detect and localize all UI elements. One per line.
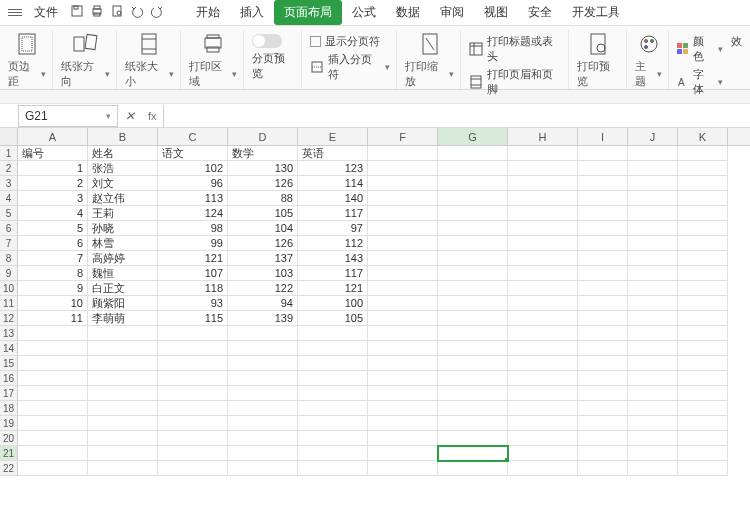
cell[interactable]	[88, 326, 158, 341]
theme-button[interactable]: 主题▾	[629, 30, 669, 89]
cell[interactable]	[438, 311, 508, 326]
cell[interactable]	[578, 311, 628, 326]
cell[interactable]	[508, 281, 578, 296]
cell[interactable]	[578, 326, 628, 341]
cell[interactable]	[678, 266, 728, 281]
cell[interactable]	[578, 161, 628, 176]
cell[interactable]	[88, 431, 158, 446]
cell[interactable]	[228, 341, 298, 356]
tab-数据[interactable]: 数据	[386, 0, 430, 25]
cell[interactable]	[228, 371, 298, 386]
cell[interactable]	[578, 341, 628, 356]
cell[interactable]	[88, 356, 158, 371]
cell[interactable]	[628, 251, 678, 266]
cell[interactable]	[508, 446, 578, 461]
cell[interactable]	[228, 446, 298, 461]
orientation-button[interactable]: 纸张方向▾	[55, 30, 117, 89]
name-box[interactable]: G21 ▾	[18, 105, 118, 127]
row-header[interactable]: 6	[0, 221, 18, 236]
cell[interactable]	[158, 386, 228, 401]
cell[interactable]	[438, 251, 508, 266]
cell[interactable]	[628, 356, 678, 371]
cell[interactable]: 高婷婷	[88, 251, 158, 266]
tab-公式[interactable]: 公式	[342, 0, 386, 25]
row-header[interactable]: 7	[0, 236, 18, 251]
row-header[interactable]: 9	[0, 266, 18, 281]
cell[interactable]: 10	[18, 296, 88, 311]
cell[interactable]	[298, 341, 368, 356]
row-header[interactable]: 11	[0, 296, 18, 311]
cell[interactable]	[678, 221, 728, 236]
cell[interactable]	[508, 176, 578, 191]
cell[interactable]	[438, 326, 508, 341]
cell[interactable]: 99	[158, 236, 228, 251]
cell[interactable]	[368, 386, 438, 401]
cell[interactable]	[678, 251, 728, 266]
insert-pagebreak-button[interactable]: 插入分页符▾	[310, 52, 390, 82]
cell[interactable]	[368, 176, 438, 191]
cell[interactable]	[368, 431, 438, 446]
cell[interactable]: 117	[298, 266, 368, 281]
tab-审阅[interactable]: 审阅	[430, 0, 474, 25]
cell[interactable]: 104	[228, 221, 298, 236]
cell[interactable]	[578, 236, 628, 251]
cell[interactable]: 孙晓	[88, 221, 158, 236]
tab-开发工具[interactable]: 开发工具	[562, 0, 630, 25]
cell[interactable]	[628, 296, 678, 311]
cell[interactable]: 赵立伟	[88, 191, 158, 206]
cell[interactable]: 9	[18, 281, 88, 296]
tab-页面布局[interactable]: 页面布局	[274, 0, 342, 25]
theme-effect[interactable]: 效	[731, 30, 748, 89]
row-header[interactable]: 2	[0, 161, 18, 176]
cell[interactable]	[508, 326, 578, 341]
namebox-dropdown-icon[interactable]: ▾	[106, 111, 111, 121]
theme-color-button[interactable]: 颜色▾	[677, 34, 723, 64]
cell[interactable]	[508, 206, 578, 221]
cell[interactable]	[298, 446, 368, 461]
cell[interactable]	[438, 176, 508, 191]
cell[interactable]	[578, 386, 628, 401]
cell[interactable]	[368, 266, 438, 281]
cell[interactable]	[628, 191, 678, 206]
row-header[interactable]: 21	[0, 446, 18, 461]
row-header[interactable]: 20	[0, 431, 18, 446]
cell[interactable]: 113	[158, 191, 228, 206]
cell[interactable]	[18, 401, 88, 416]
cell[interactable]	[628, 146, 678, 161]
cell[interactable]	[628, 236, 678, 251]
cell[interactable]: 林雪	[88, 236, 158, 251]
cell[interactable]: 1	[18, 161, 88, 176]
cell[interactable]	[438, 191, 508, 206]
cell[interactable]	[298, 431, 368, 446]
cell[interactable]	[438, 146, 508, 161]
cell[interactable]	[678, 401, 728, 416]
cell[interactable]	[508, 221, 578, 236]
cell[interactable]	[578, 401, 628, 416]
cell[interactable]	[158, 461, 228, 476]
col-header-J[interactable]: J	[628, 128, 678, 145]
pagebreak-preview-toggle[interactable]	[252, 34, 295, 48]
cell[interactable]	[628, 326, 678, 341]
cell[interactable]: 白正文	[88, 281, 158, 296]
cell[interactable]	[678, 191, 728, 206]
cell[interactable]	[578, 446, 628, 461]
cell[interactable]: 顾紫阳	[88, 296, 158, 311]
cell[interactable]	[438, 356, 508, 371]
cell[interactable]	[438, 431, 508, 446]
select-all-corner[interactable]	[0, 128, 18, 145]
cell[interactable]	[628, 206, 678, 221]
cell[interactable]	[578, 266, 628, 281]
cell[interactable]	[578, 371, 628, 386]
cell[interactable]	[628, 161, 678, 176]
cell[interactable]	[228, 461, 298, 476]
cell[interactable]	[678, 236, 728, 251]
cell[interactable]	[298, 416, 368, 431]
cell[interactable]: 3	[18, 191, 88, 206]
cell[interactable]	[578, 191, 628, 206]
cell[interactable]: 121	[158, 251, 228, 266]
cell[interactable]	[508, 371, 578, 386]
cell[interactable]	[438, 161, 508, 176]
cell[interactable]	[578, 146, 628, 161]
cell[interactable]: 魏恒	[88, 266, 158, 281]
cell[interactable]: 94	[228, 296, 298, 311]
